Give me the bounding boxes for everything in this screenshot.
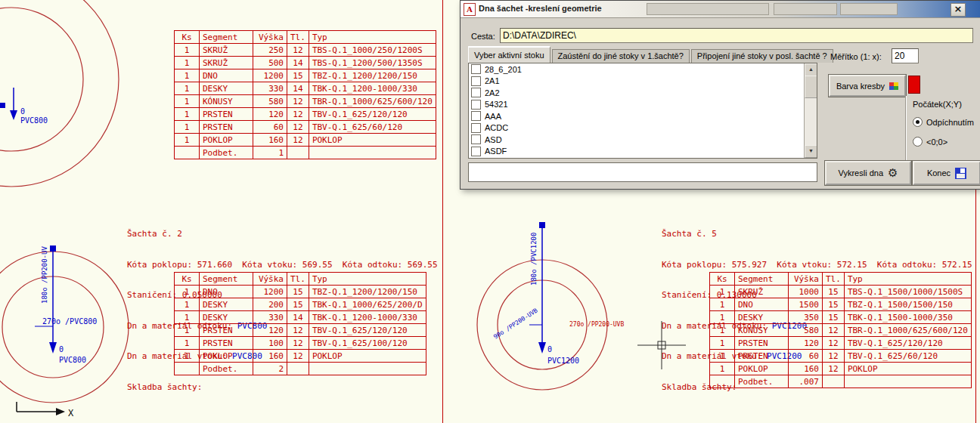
scrollbar[interactable]: ▲ ▼ [804, 63, 817, 158]
stoka-label: 28_6_201 [485, 65, 522, 74]
shaft-skladba-line: Skladba šachty: [127, 382, 438, 393]
table-cell: 12 [287, 108, 309, 121]
table-cell: PRSTEN [200, 337, 253, 350]
tab-0[interactable]: Vyber aktivní stoku [468, 46, 550, 63]
table-cell: TBV-Q.1_625/60/120 [309, 121, 436, 134]
segment-table-1: KsSegmentVýškaTl.Typ1SKRUŽ25012TBS-Q.1_1… [174, 30, 436, 159]
grip-point [0, 103, 5, 108]
stoka-row[interactable]: ASD [469, 134, 817, 146]
stoka-label: ASDF [485, 147, 507, 156]
table-cell: TBK-Q.1_1200-1000/330 [309, 311, 426, 324]
table-row: 1DESKY20015TBK-Q.1_1000/625/200/D [175, 298, 426, 311]
checkbox-icon[interactable] [471, 76, 481, 86]
table-cell: PRSTEN [735, 337, 789, 350]
checkbox-icon[interactable] [471, 123, 481, 133]
checkbox-icon[interactable] [471, 147, 481, 156]
table-cell: 15 [823, 286, 845, 298]
current-color-swatch[interactable] [908, 76, 920, 94]
table-cell: 1 [175, 108, 200, 121]
table-cell: PRSTEN [735, 350, 789, 363]
table-cell: Podbet. [735, 375, 789, 388]
konec-button[interactable]: Konec [913, 161, 980, 185]
table-cell: 14 [287, 82, 309, 95]
table-cell: 60 [253, 121, 287, 134]
table-cell: POKLOP [844, 363, 971, 375]
radio-zero-label: <0;0> [926, 137, 947, 147]
dialog-titlebar[interactable]: A Dna šachet -kreslení geometrie × [461, 1, 980, 18]
table-cell: 15 [823, 298, 845, 311]
table-cell: 12 [287, 350, 309, 363]
table-cell: 1 [710, 350, 735, 363]
konec-label: Konec [927, 168, 951, 178]
table-cell: 15 [287, 286, 309, 298]
table-row: Podbet.2 [175, 363, 426, 375]
scroll-down-icon[interactable]: ▼ [805, 145, 817, 158]
table-cell [844, 375, 971, 388]
table-cell: 1 [710, 363, 735, 375]
checkbox-icon[interactable] [471, 111, 481, 121]
table-cell: DESKY [200, 82, 253, 95]
table-cell: DNO [735, 298, 789, 311]
stoka-row[interactable]: 2A1 [469, 76, 817, 88]
checkbox-icon[interactable] [471, 134, 481, 144]
scrollbar-thumb[interactable] [805, 76, 817, 98]
stoka-row[interactable]: AAA [469, 110, 817, 122]
table-header: Ks [175, 31, 200, 44]
flow-arrow-icon [10, 110, 17, 120]
table-cell: 1 [710, 324, 735, 337]
annotation: 0 [59, 345, 64, 354]
table-cell: 2 [253, 363, 287, 375]
segment-table-2: KsSegmentVýškaTl.Typ1DNO120015TBZ-Q.1_12… [174, 272, 426, 375]
table-cell: TBZ-Q.1_1500/1500/150 [844, 298, 971, 311]
ucs-x-label: X [68, 408, 74, 418]
table-cell: 14 [287, 311, 309, 324]
tab-2[interactable]: Připojení jiné stoky v posl. šachtě ? [691, 49, 833, 63]
table-cell: POKLOP [735, 363, 789, 375]
stoka-row[interactable]: 2A2 [469, 87, 817, 99]
flow-arrow-icon [49, 342, 57, 354]
cesta-input[interactable] [500, 28, 973, 43]
checkbox-icon[interactable] [471, 88, 481, 97]
stoka-label: 2A2 [485, 88, 500, 97]
table-header: Typ [844, 273, 971, 286]
checkbox-icon[interactable] [471, 64, 481, 74]
close-icon[interactable]: × [951, 3, 966, 17]
radio-unselected-icon[interactable] [913, 137, 923, 147]
meritko-input[interactable] [892, 48, 919, 63]
table-row: 1PRSTEN12012TBV-Q.1_625/120/120 [710, 337, 972, 350]
radio-odpichnutim[interactable]: Odpíchnutím [913, 117, 974, 127]
table-cell: 1 [175, 69, 200, 82]
stoka-row[interactable]: ASDF [469, 146, 817, 158]
table-cell: 1 [175, 337, 200, 350]
radio-selected-icon[interactable] [913, 117, 923, 127]
save-disk-icon [955, 168, 966, 179]
table-cell: 120 [789, 337, 823, 350]
stoka-row[interactable]: 28_6_201 [469, 63, 817, 76]
table-cell: POKLOP [309, 134, 436, 147]
scroll-up-icon[interactable]: ▲ [805, 63, 817, 76]
table-row: 1DESKY33014TBK-Q.1_1200-1000/330 [175, 311, 426, 324]
vykresli-dna-button[interactable]: Vykresli dna ⚙ [825, 161, 911, 185]
stoky-listbox[interactable]: 28_6_2012A12A254321AAAACDCASDASDF ▲ ▼ [468, 63, 817, 159]
table-row: 1SKRUŽ25012TBS-Q.1_1000/250/1200S [175, 44, 436, 57]
annotation: PVC800 [59, 356, 86, 364]
tab-1[interactable]: Zaústění do jiné stoky v 1.šachtě? [552, 49, 690, 63]
table-cell: Podbet. [200, 147, 253, 159]
table-header: Výška [789, 273, 823, 286]
shaft-circle-outer [0, 0, 119, 187]
empty-list[interactable] [468, 162, 817, 182]
stoka-row[interactable]: ACDC [469, 122, 817, 134]
ucs-icon: X [17, 402, 74, 418]
barva-kresby-button[interactable]: Barva kresby [829, 75, 906, 97]
background-toolbar-combobox [647, 3, 769, 15]
table-cell: 1 [175, 324, 200, 337]
radio-zero[interactable]: <0;0> [913, 137, 947, 147]
table-header: Výška [253, 31, 287, 44]
table-cell: TBK-Q.1_1000/625/200/D [309, 298, 426, 311]
table-row: 1PRSTEN6012TBV-Q.1_625/60/120 [710, 350, 972, 363]
stoka-row[interactable]: 54321 [469, 99, 817, 111]
table-cell: KÓNUSY [735, 324, 789, 337]
checkbox-icon[interactable] [471, 100, 481, 110]
stoka-label: 2A1 [485, 76, 500, 85]
table-header: Tl. [287, 273, 309, 286]
